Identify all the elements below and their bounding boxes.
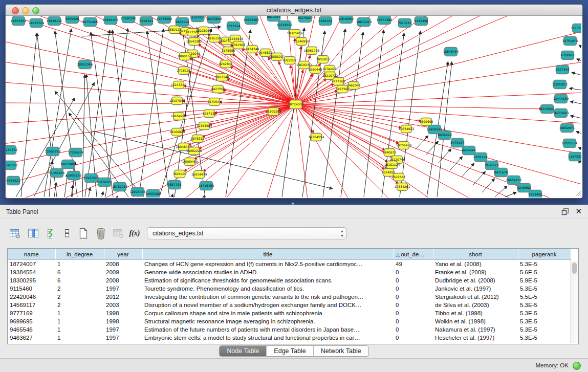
- delete-table-icon[interactable]: [94, 227, 107, 240]
- window-titlebar[interactable]: citations_edges.txt: [6, 5, 582, 16]
- graph-node[interactable]: 18226058: [196, 27, 212, 35]
- graph-node[interactable]: 15692971: [559, 124, 575, 133]
- table-cell[interactable]: 6: [55, 276, 104, 285]
- network-canvas[interactable]: 1160793424055724188491129605420207314562…: [6, 16, 582, 198]
- table-cell[interactable]: Nakamura et al. (1997): [433, 325, 518, 334]
- column-visibility-icon[interactable]: [45, 227, 58, 240]
- graph-node[interactable]: 9227343: [556, 65, 570, 74]
- graph-node[interactable]: 20154632: [6, 146, 17, 155]
- scrollbar-thumb[interactable]: [572, 262, 577, 274]
- table-cell[interactable]: Disruption of a novel member of a sodium…: [142, 301, 394, 309]
- delete-column-icon[interactable]: [112, 227, 125, 240]
- table-cell[interactable]: Franke et al. (2009): [433, 268, 518, 276]
- graph-node[interactable]: 9123456: [529, 190, 542, 198]
- graph-node[interactable]: 14099489: [182, 158, 198, 166]
- tab-node-table[interactable]: Node Table: [220, 346, 267, 356]
- table-cell[interactable]: 9699695: [8, 317, 55, 325]
- table-cell[interactable]: 1998: [104, 309, 142, 317]
- zoom-window-button[interactable]: [32, 7, 39, 14]
- graph-node[interactable]: 8813054: [267, 16, 281, 21]
- table-cell[interactable]: 5.3E-5: [518, 309, 571, 317]
- graph-node[interactable]: 11607934: [11, 17, 27, 26]
- graph-node[interactable]: 17359934: [68, 148, 84, 157]
- graph-node[interactable]: 16961758: [304, 47, 320, 55]
- table-cell[interactable]: 5.3E-5: [518, 325, 571, 334]
- graph-node[interactable]: 18849112: [47, 17, 62, 26]
- graph-node[interactable]: 7513215: [398, 19, 412, 28]
- column-header[interactable]: pagerank: [518, 249, 571, 260]
- show-columns-icon[interactable]: [27, 227, 40, 240]
- table-cell[interactable]: Estimation of significance thresholds fo…: [142, 276, 394, 285]
- graph-node[interactable]: 18300295: [266, 108, 281, 116]
- table-cell[interactable]: Dudbridge et al. (2008): [433, 276, 518, 285]
- graph-node[interactable]: 19756928: [396, 142, 412, 149]
- table-cell[interactable]: 5.3E-5: [518, 317, 571, 325]
- table-cell[interactable]: 6: [55, 268, 104, 276]
- network-svg[interactable]: 1160793424055724188491129605420207314562…: [6, 16, 581, 198]
- table-cell[interactable]: 0: [394, 325, 433, 334]
- graph-node[interactable]: 11451944: [49, 169, 65, 178]
- table-row[interactable]: 1456911722003Disruption of a novel membe…: [8, 301, 571, 309]
- table-cell[interactable]: 2: [55, 301, 104, 309]
- graph-node[interactable]: 9245652: [517, 184, 531, 192]
- graph-node[interactable]: 10648784: [443, 48, 459, 56]
- minimize-window-button[interactable]: [22, 7, 29, 14]
- function-builder-icon[interactable]: f(x): [128, 227, 141, 240]
- table-cell[interactable]: 5.5E-5: [518, 293, 571, 301]
- table-cell[interactable]: 1: [55, 334, 104, 342]
- graph-node[interactable]: 9132456: [415, 17, 428, 26]
- table-cell[interactable]: 5.9E-5: [518, 276, 571, 285]
- graph-node[interactable]: 6479197: [451, 139, 465, 147]
- table-cell[interactable]: Stergiakouli et al. (2012): [433, 293, 518, 301]
- table-cell[interactable]: Embryonic stem cells: a model to study s…: [142, 334, 394, 342]
- table-cell[interactable]: Estimation of the future numbers of pati…: [142, 325, 394, 334]
- graph-node[interactable]: 18325419: [287, 30, 303, 37]
- column-header[interactable]: title: [142, 249, 394, 260]
- table-cell[interactable]: de Silva et al. (2003): [433, 301, 518, 309]
- table-cell[interactable]: 1: [55, 325, 104, 334]
- graph-node[interactable]: 18724007: [288, 100, 304, 109]
- table-cell[interactable]: 1997: [104, 325, 142, 334]
- graph-node[interactable]: 20053346: [77, 60, 93, 69]
- table-cell[interactable]: 0: [394, 309, 433, 317]
- graph-node[interactable]: 11175308: [571, 24, 581, 33]
- graph-node[interactable]: 15376509: [157, 16, 172, 24]
- graph-node[interactable]: 2367608: [232, 41, 246, 49]
- graph-node[interactable]: 16033809: [206, 16, 222, 24]
- table-cell[interactable]: 5.6E-5: [518, 268, 571, 276]
- graph-node[interactable]: 10590140: [121, 16, 137, 23]
- graph-node[interactable]: 8427552: [211, 85, 225, 93]
- graph-node[interactable]: 16151124: [384, 161, 400, 169]
- graph-node[interactable]: 15276027: [297, 16, 313, 23]
- table-cell[interactable]: 2008: [104, 260, 142, 269]
- graph-node[interactable]: 17016534: [562, 139, 578, 148]
- table-cell[interactable]: 0: [394, 301, 433, 309]
- tab-network-table[interactable]: Network Table: [314, 346, 368, 356]
- table-cell[interactable]: Investigating the contribution of common…: [142, 293, 394, 301]
- graph-node[interactable]: 19654985: [171, 113, 187, 120]
- table-cell[interactable]: 0: [394, 285, 433, 293]
- float-panel-icon[interactable]: [561, 208, 569, 215]
- table-row[interactable]: 911546021997Tourette syndrome. Phenomeno…: [8, 285, 571, 293]
- graph-node[interactable]: 16543382: [186, 38, 202, 46]
- graph-node[interactable]: 14646962: [338, 16, 354, 24]
- graph-node[interactable]: 14563289: [145, 190, 161, 198]
- tab-edge-table[interactable]: Edge Table: [267, 346, 313, 356]
- table-row[interactable]: 977716911998Corpus callosum shape and si…: [8, 309, 571, 317]
- graph-node[interactable]: 7625402: [173, 170, 187, 178]
- table-cell[interactable]: 0: [394, 268, 433, 276]
- table-cell[interactable]: 1997: [104, 334, 142, 342]
- graph-node[interactable]: 16640910: [294, 38, 310, 46]
- graph-node[interactable]: 12923485: [130, 188, 146, 196]
- graph-node[interactable]: 8186328: [208, 35, 222, 42]
- graph-node[interactable]: 10958107: [97, 178, 113, 187]
- graph-node[interactable]: 2522541: [392, 173, 406, 181]
- graph-node[interactable]: 8215953: [540, 105, 554, 114]
- graph-node[interactable]: 3175685: [222, 47, 235, 55]
- table-cell[interactable]: 9777169: [8, 309, 55, 317]
- close-window-button[interactable]: [12, 7, 19, 14]
- close-panel-icon[interactable]: ✕: [575, 207, 582, 215]
- row-height-icon[interactable]: [60, 227, 74, 240]
- graph-node[interactable]: 8954321: [140, 17, 154, 26]
- graph-node[interactable]: 13245678: [6, 161, 17, 170]
